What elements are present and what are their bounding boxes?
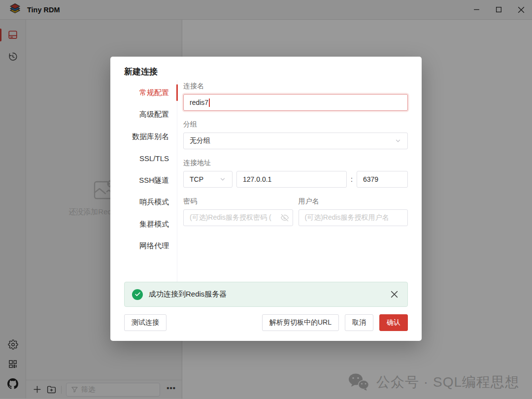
group-select[interactable]: 无分组 <box>183 133 408 149</box>
tab-sentinel-mode[interactable]: 哨兵模式 <box>110 192 177 214</box>
credentials-row: 密码 (可选)Redis服务授权密码 ( 用户名 <box>183 197 408 226</box>
username-input[interactable]: (可选)Redis服务授权用户名 <box>299 209 408 226</box>
wechat-icon <box>347 372 370 392</box>
connection-name-value: redis7 <box>190 99 208 106</box>
protocol-value: TCP <box>190 175 203 183</box>
connection-name-label: 连接名 <box>183 82 408 91</box>
tab-db-alias[interactable]: 数据库别名 <box>110 126 177 148</box>
watermark: 公众号 · SQL编程思想 <box>347 372 519 392</box>
connection-name-input[interactable]: redis7 <box>183 94 408 111</box>
test-connection-button[interactable]: 测试连接 <box>124 314 166 331</box>
tab-general-config[interactable]: 常规配置 <box>110 82 177 104</box>
toggle-password-visibility[interactable] <box>280 214 289 222</box>
group-select-group: 分组 无分组 <box>183 120 408 149</box>
chevron-down-icon <box>219 176 226 183</box>
password-group: 密码 (可选)Redis服务授权密码 ( <box>183 197 293 226</box>
text-caret <box>209 99 210 107</box>
tab-cluster-mode[interactable]: 集群模式 <box>110 213 177 235</box>
tab-network-proxy[interactable]: 网络代理 <box>110 235 177 258</box>
success-check-icon <box>132 289 143 300</box>
dialog-title: 新建连接 <box>110 57 422 80</box>
dialog-tab-list: 常规配置 高级配置 数据库别名 SSL/TLS SSH隧道 哨兵模式 集群模式 … <box>110 80 177 282</box>
close-icon <box>391 291 398 298</box>
app-window: Tiny RDM <box>0 0 532 399</box>
new-connection-dialog: 新建连接 常规配置 高级配置 数据库别名 SSL/TLS SSH隧道 哨兵模式 … <box>110 57 422 341</box>
confirm-button[interactable]: 确认 <box>379 314 408 331</box>
cancel-button[interactable]: 取消 <box>345 314 373 331</box>
success-alert: 成功连接到Redis服务器 <box>124 282 408 307</box>
address-row: TCP 127.0.0.1 : 6379 <box>183 171 408 188</box>
port-input[interactable]: 6379 <box>357 171 408 188</box>
chevron-down-icon <box>395 137 401 144</box>
tab-advanced-config[interactable]: 高级配置 <box>110 104 177 126</box>
group-value: 无分组 <box>190 136 210 145</box>
address-label: 连接地址 <box>183 159 408 167</box>
username-label: 用户名 <box>299 197 408 206</box>
port-separator: : <box>351 175 353 183</box>
dialog-footer: 测试连接 解析剪切板中的URL 取消 确认 <box>110 307 422 341</box>
username-placeholder: (可选)Redis服务授权用户名 <box>305 213 389 222</box>
alert-close-button[interactable] <box>389 289 400 300</box>
address-group: 连接地址 TCP 127.0.0.1 : 6379 <box>183 159 408 188</box>
parse-clipboard-url-button[interactable]: 解析剪切板中的URL <box>262 314 339 331</box>
dialog-form: 连接名 redis7 分组 无分组 连接地址 <box>177 80 408 282</box>
success-alert-text: 成功连接到Redis服务器 <box>149 290 227 299</box>
protocol-select[interactable]: TCP <box>183 171 233 188</box>
tab-ssh-tunnel[interactable]: SSH隧道 <box>110 169 177 192</box>
dialog-body: 常规配置 高级配置 数据库别名 SSL/TLS SSH隧道 哨兵模式 集群模式 … <box>110 80 422 282</box>
port-value: 6379 <box>363 175 378 183</box>
password-label: 密码 <box>183 197 293 206</box>
tab-ssl-tls[interactable]: SSL/TLS <box>110 148 177 170</box>
host-input[interactable]: 127.0.0.1 <box>236 171 347 188</box>
host-value: 127.0.0.1 <box>243 175 271 183</box>
password-placeholder: (可选)Redis服务授权密码 ( <box>190 213 271 222</box>
watermark-text: 公众号 · SQL编程思想 <box>376 373 519 392</box>
group-label: 分组 <box>183 120 408 129</box>
password-input[interactable]: (可选)Redis服务授权密码 ( <box>183 209 293 226</box>
username-group: 用户名 (可选)Redis服务授权用户名 <box>299 197 408 226</box>
eye-off-icon <box>281 214 289 222</box>
connection-name-group: 连接名 redis7 <box>183 82 408 111</box>
